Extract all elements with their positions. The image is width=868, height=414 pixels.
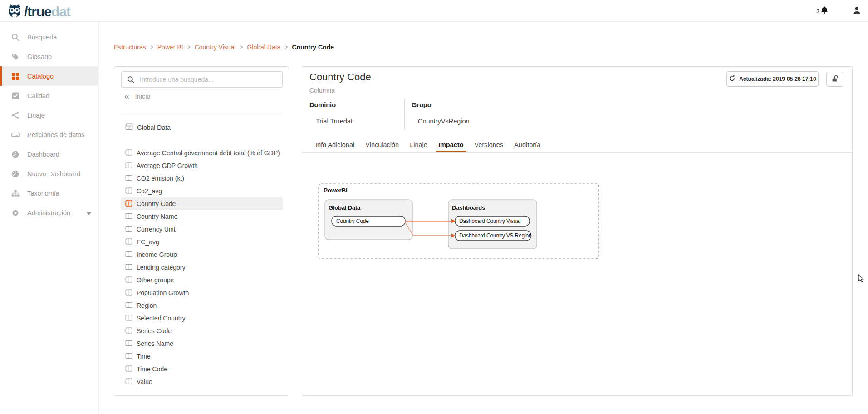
breadcrumb-separator: >: [150, 44, 153, 50]
node-dashboard-country-visual[interactable]: Dashboard Country Visual: [455, 216, 530, 226]
refresh-icon: [729, 75, 736, 83]
unlock-button[interactable]: [826, 72, 843, 87]
cluster-label: Dashboards: [452, 204, 485, 211]
tree-item[interactable]: EC_avg: [121, 236, 283, 248]
column-icon: [125, 263, 132, 272]
user-icon: [853, 6, 861, 16]
sidebar-item-label: Nuevo Dashboard: [27, 170, 80, 177]
field-value: CountryVsRegion: [418, 118, 470, 125]
tree-item-label: Time Code: [137, 365, 167, 373]
sidebar-item-label: Búsqueda: [27, 34, 57, 41]
structure-detail-panel: Country Code Columna Actualizada: 2019-0…: [302, 66, 853, 396]
back-to-home-button[interactable]: « Inicio: [124, 92, 150, 100]
tree-item-label: Currency Unit: [137, 226, 176, 233]
tree-item-label: Income Group: [137, 251, 177, 258]
tree-item[interactable]: Series Name: [121, 337, 283, 350]
breadcrumb-link[interactable]: Global Data: [247, 44, 280, 51]
tree-item-label: Lending category: [137, 264, 185, 271]
sidebar-item-glosario[interactable]: Glosario: [0, 47, 98, 66]
page-title: Country Code: [309, 71, 371, 83]
tab-linaje[interactable]: Linaje: [407, 138, 430, 152]
tree-item[interactable]: CO2 emision (kt): [121, 172, 283, 185]
sitemap-icon: [11, 189, 20, 197]
tree-item[interactable]: Income Group: [121, 248, 283, 261]
tree-item-label: Series Name: [137, 340, 173, 347]
tree-item[interactable]: Population Growth: [121, 286, 283, 299]
column-icon: [125, 212, 132, 221]
notifications-button[interactable]: 3: [816, 0, 829, 22]
column-icon: [125, 238, 132, 246]
gauge-icon: [11, 170, 20, 178]
sidebar-item-calidad[interactable]: Calidad: [0, 86, 98, 105]
tree-item-label: CO2 emision (kt): [137, 175, 184, 182]
sidebar-item-administracion[interactable]: Administración: [0, 203, 98, 222]
sidebar-item-busqueda[interactable]: Búsqueda: [0, 27, 98, 47]
sidebar-item-peticiones[interactable]: Peticiones de datos: [0, 125, 98, 144]
sidebar-item-taxonomia[interactable]: Taxonomía: [0, 183, 98, 203]
tree-item[interactable]: Time: [121, 350, 283, 363]
sidebar-item-label: Administración: [27, 209, 70, 217]
sidebar-item-label: Dashboard: [27, 151, 59, 158]
sidebar-item-label: Peticiones de datos: [27, 131, 85, 138]
tree-item[interactable]: Region: [121, 299, 283, 312]
sidebar-item-linaje[interactable]: Linaje: [0, 105, 98, 125]
sidebar-item-catalogo[interactable]: Catálogo: [0, 66, 98, 86]
node-label: Country Code: [336, 218, 369, 224]
tree-item[interactable]: Currency Unit: [121, 223, 283, 236]
tab-impacto[interactable]: Impacto: [436, 138, 466, 152]
tree-item-label: Population Growth: [137, 289, 189, 296]
breadcrumb-separator: >: [284, 44, 288, 50]
tree-item-label: Region: [137, 302, 157, 309]
structure-type-label: Columna: [309, 87, 335, 94]
user-menu-button[interactable]: [853, 0, 861, 22]
breadcrumb-link[interactable]: Estructuras: [114, 44, 146, 51]
sidebar-item-dashboard[interactable]: Dashboard: [0, 144, 98, 164]
field-dominio: Dominio Trial Truedat: [309, 101, 353, 125]
tab-info-adicional[interactable]: Info Adicional: [313, 138, 357, 152]
tree-item[interactable]: Series Code: [121, 325, 283, 337]
field-label: Grupo: [412, 101, 470, 108]
breadcrumb-link[interactable]: Country Visual: [195, 44, 236, 51]
tree-item[interactable]: Country Name: [121, 210, 283, 223]
tree-item[interactable]: Lending category: [121, 261, 283, 274]
tray-icon: [11, 131, 20, 139]
search-input[interactable]: [140, 72, 280, 87]
sidebar-item-nuevo-dashboard[interactable]: Nuevo Dashboard: [0, 164, 98, 183]
sidebar-item-label: Glosario: [27, 53, 52, 60]
tree-item[interactable]: Selected Country: [121, 312, 283, 325]
tree-item-selected[interactable]: Country Code: [121, 197, 283, 210]
column-icon: [125, 365, 132, 374]
column-icon: [125, 174, 132, 183]
tree-item[interactable]: Time Code: [121, 363, 283, 375]
tree-item-label: Country Name: [137, 213, 177, 220]
field-value: Trial Truedat: [316, 118, 353, 125]
tab-vinculacion[interactable]: Vinculación: [363, 138, 402, 152]
sidebar-item-label: Taxonomía: [27, 190, 59, 197]
breadcrumb-link[interactable]: Power BI: [157, 44, 183, 51]
cluster-dashboards: Dashboards Dashboard Country Visual Dash…: [448, 200, 537, 249]
back-label: Inicio: [135, 93, 151, 100]
cluster-label: Global Data: [329, 204, 361, 211]
tree-root-global-data[interactable]: Global Data: [125, 121, 171, 134]
tab-auditoria[interactable]: Auditoría: [511, 138, 543, 152]
grid-icon: [11, 72, 20, 80]
sidebar-item-label: Catálogo: [27, 73, 54, 80]
breadcrumb-separator: >: [187, 44, 191, 50]
node-dashboard-country-vs-region[interactable]: Dashboard Country VS Region: [455, 231, 531, 241]
tree-item-label: Time: [137, 353, 151, 360]
node-country-code[interactable]: Country Code: [332, 216, 405, 226]
tab-versiones[interactable]: Versiones: [471, 138, 506, 152]
tree-item[interactable]: Average GDP Growth: [121, 159, 283, 172]
tree-item[interactable]: Other groups: [121, 274, 283, 286]
tree-item-label: Other groups: [137, 276, 174, 284]
mouse-cursor: [858, 274, 864, 283]
column-icon: [125, 327, 132, 335]
share-icon: [11, 111, 20, 119]
tree-item[interactable]: Average Central government debt total (%…: [121, 147, 283, 159]
tree-item[interactable]: Value: [121, 375, 283, 388]
field-grupo: Grupo CountryVsRegion: [412, 101, 470, 125]
refresh-updated-button[interactable]: Actualizada: 2019-05-28 17:10: [726, 71, 819, 87]
tree-item[interactable]: Co2_avg: [121, 185, 283, 197]
column-icon: [125, 200, 132, 208]
brand-logo[interactable]: /truedat: [6, 2, 70, 21]
